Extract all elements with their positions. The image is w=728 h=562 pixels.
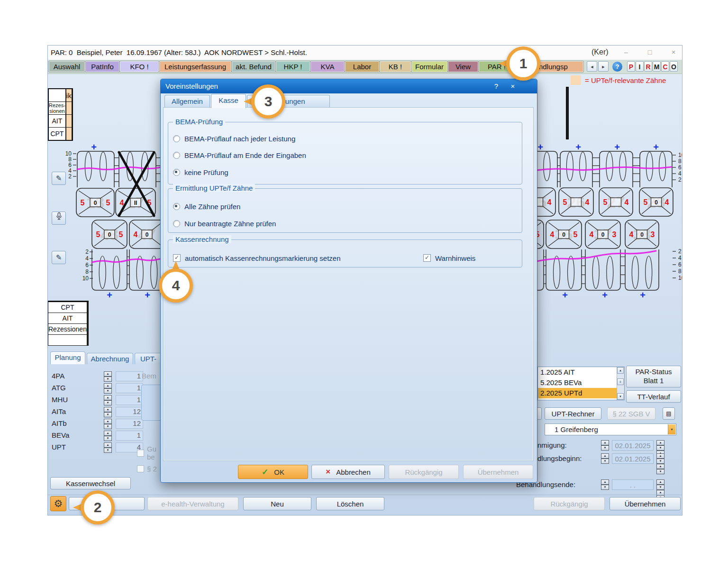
nav-back-button[interactable]: ◄	[587, 61, 597, 72]
ehealth-button[interactable]: e-health-Verwaltung	[147, 497, 238, 510]
menu-tab-leistungserfassung[interactable]: Leistungserfassung	[159, 61, 231, 72]
pencil-icon[interactable]: ✎	[52, 251, 66, 264]
spinner-up-icon[interactable]: ▲	[104, 383, 112, 388]
spinner-up-icon[interactable]: ▲	[104, 442, 112, 448]
plan-tab-upt[interactable]: UPT-	[135, 353, 162, 364]
nav-forward-button[interactable]: ►	[598, 61, 609, 72]
letter-button-c[interactable]: C	[661, 61, 669, 72]
plan-row-spinner[interactable]: ▲▼	[104, 371, 112, 382]
spinner-up-icon[interactable]: ▲	[104, 395, 112, 400]
plan-row-value[interactable]: 1	[116, 395, 143, 405]
treatment-history-list[interactable]: 1.2025 AIT5.2025 BEVa2.2025 UPTd ▲ ≡ ▼	[537, 367, 625, 400]
spinner-control[interactable]: ▲▼	[104, 371, 112, 382]
spinner-control[interactable]: ▲▼	[656, 453, 664, 464]
dialog-close-icon[interactable]: ×	[507, 79, 519, 93]
spinner-up-icon[interactable]: ▲	[104, 371, 112, 377]
option-bema-prüflauf-am-ende-der-eingaben[interactable]: BEMA-Prüflauf am Ende der Eingaben	[173, 150, 306, 160]
plan-row-value[interactable]: 1	[116, 431, 143, 441]
menu-tab-formular[interactable]: Formular	[411, 61, 447, 72]
spinner-down-icon[interactable]: ▼	[104, 424, 112, 429]
spinner-down-icon[interactable]: ▼	[601, 445, 609, 451]
plan-row-value[interactable]: 12	[116, 407, 143, 417]
spinner-up-icon[interactable]: ▲	[601, 479, 609, 485]
letter-button-r[interactable]: R	[644, 61, 652, 72]
option-nur-beantragte-zähne-prüfen[interactable]: Nur beantragte Zähne prüfen	[173, 219, 276, 228]
spinner-down-icon[interactable]: ▼	[601, 485, 609, 490]
uebernehmen-button[interactable]: Übernehmen	[610, 497, 681, 510]
spinner-down-icon[interactable]: ▼	[656, 445, 664, 451]
plan-row-value[interactable]: 1	[116, 383, 143, 393]
neu-button[interactable]: Neu	[243, 497, 311, 510]
close-button[interactable]: ×	[665, 47, 682, 57]
menu-tab-labor[interactable]: Labor	[345, 61, 379, 72]
kassenwechsel-button[interactable]: Kassenwechsel	[50, 477, 131, 489]
spinner-control[interactable]: ▲▼	[656, 440, 664, 451]
sgb-button[interactable]: § 22 SGB V	[607, 407, 655, 420]
option-warnhinweis[interactable]: ✓Warnhinweis	[423, 253, 475, 263]
dropdown-arrow-icon[interactable]: ▼	[668, 424, 675, 434]
scroll-thumb[interactable]: ≡	[617, 378, 624, 385]
plan-row-spinner[interactable]: ▲▼	[104, 395, 112, 405]
spinner-up-icon[interactable]: ▲	[601, 453, 609, 459]
plan-row-spinner[interactable]: ▲▼	[104, 383, 112, 394]
option-automatisch-kassenrechnungsmarkierung-setzen[interactable]: ✓automatisch Kassenrechnungsmarkierung s…	[173, 253, 341, 263]
cut-checkbox-2[interactable]: § 2	[137, 465, 157, 473]
dialog-tab-allgemein[interactable]: Allgemein	[164, 95, 210, 107]
spinner-up-icon[interactable]: ▲	[601, 440, 609, 445]
spinner-down-icon[interactable]: ▼	[104, 448, 112, 453]
history-row[interactable]: 1.2025 AIT	[538, 367, 624, 378]
menu-tab-auswahl[interactable]: Auswahl	[49, 61, 85, 72]
tt-verlauf-button[interactable]: TT-Verlauf	[626, 390, 681, 403]
spinner-control[interactable]: ▲▼	[104, 419, 112, 429]
letter-button-m[interactable]: M	[653, 61, 661, 72]
spinner-down-icon[interactable]: ▼	[656, 459, 664, 464]
menu-tab-patinfo[interactable]: PatInfo	[85, 61, 119, 72]
scroll-down-icon[interactable]: ▼	[617, 393, 624, 400]
spinner-up-icon[interactable]: ▲	[656, 464, 664, 469]
date-spinner[interactable]: ▲▼	[601, 453, 609, 464]
spinner-up-icon[interactable]: ▲	[104, 431, 112, 436]
spinner-down-icon[interactable]: ▼	[601, 459, 609, 464]
option-bema-prüflauf-nach-jeder-leistung[interactable]: BEMA-Prüflauf nach jeder Leistung	[173, 134, 295, 143]
dialog-rückgängig-button[interactable]: Rückgängig	[389, 465, 459, 479]
plan-row-spinner[interactable]: ▲▼	[104, 431, 112, 441]
spinner-down-icon[interactable]: ▼	[104, 377, 112, 382]
spinner-control[interactable]: ▲▼	[601, 453, 609, 464]
plan-row-spinner[interactable]: ▲▼	[104, 442, 112, 453]
date-arrows[interactable]: ▲▼▲▼	[656, 453, 664, 474]
history-row[interactable]: 2.2025 UPTd	[538, 388, 624, 398]
spinner-control[interactable]: ▲▼	[104, 395, 112, 405]
option-alle-zähne-prüfen[interactable]: Alle Zähne prüfen	[173, 202, 240, 211]
menu-tab-kb[interactable]: KB !	[380, 61, 411, 72]
spinner-up-icon[interactable]: ▲	[104, 419, 112, 424]
plan-tab-abrechnung[interactable]: Abrechnung	[87, 353, 133, 364]
scroll-up-icon[interactable]: ▲	[617, 367, 624, 374]
spinner-up-icon[interactable]: ▲	[656, 479, 664, 485]
spinner-control[interactable]: ▲▼	[656, 464, 664, 474]
praxis-dropdown[interactable]: 1 Greifenberg ▼	[545, 424, 676, 435]
menu-tab-hkp[interactable]: HKP !	[276, 61, 310, 72]
plan-row-value[interactable]: 1	[116, 371, 143, 381]
spinner-control[interactable]: ▲▼	[104, 383, 112, 394]
spinner-up-icon[interactable]: ▲	[656, 440, 664, 445]
letter-button-p[interactable]: P	[627, 61, 635, 72]
date-field[interactable]: 02.01.2025	[612, 453, 654, 464]
spinner-control[interactable]: ▲▼	[601, 440, 609, 451]
plan-row-spinner[interactable]: ▲▼	[104, 407, 112, 417]
spinner-control[interactable]: ▲▼	[104, 407, 112, 417]
scrollbar[interactable]: ▲ ≡ ▼	[617, 367, 624, 400]
plan-tab-planung[interactable]: Planung	[50, 351, 85, 364]
spinner-down-icon[interactable]: ▼	[104, 388, 112, 394]
upt-rechner-button[interactable]: UPT-Rechner	[545, 407, 601, 420]
spinner-down-icon[interactable]: ▼	[104, 436, 112, 441]
menu-tab-kva[interactable]: KVA	[310, 61, 345, 72]
spinner-down-icon[interactable]: ▼	[656, 469, 664, 474]
minimize-button[interactable]: –	[618, 47, 634, 57]
dialog-abbrechen-button[interactable]: ×Abbrechen	[311, 465, 385, 479]
letter-button-i[interactable]: I	[636, 61, 644, 72]
spinner-control[interactable]: ▲▼	[601, 479, 609, 490]
spinner-down-icon[interactable]: ▼	[104, 400, 112, 405]
loeschen-button[interactable]: Löschen	[316, 497, 384, 510]
menu-tab-kfo[interactable]: KFO !	[120, 61, 159, 72]
pencil-icon[interactable]: ✎	[52, 172, 66, 185]
